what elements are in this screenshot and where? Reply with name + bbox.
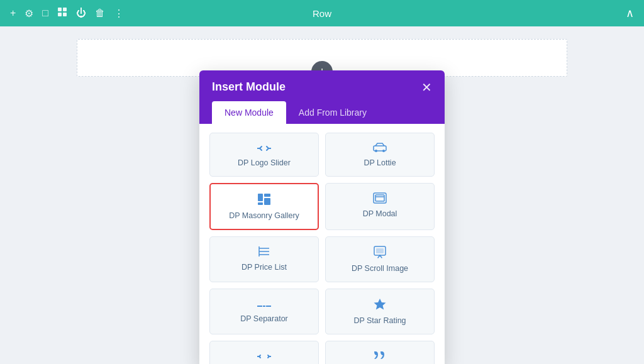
module-dp-logo-slider-label: DP Logo Slider	[238, 158, 291, 167]
dialog-content: DP Logo Slider DP Lottie	[199, 124, 445, 364]
dialog-tabs: New Module Add From Library	[212, 101, 432, 124]
svg-point-6	[382, 150, 385, 152]
star-icon	[374, 298, 386, 312]
svg-rect-0	[58, 8, 62, 11]
module-dp-modal[interactable]: DP Modal	[325, 183, 435, 230]
tab-add-from-library[interactable]: Add From Library	[286, 101, 379, 124]
toolbar-left-icons: + ⚙ □ ⏻ 🗑 ⋮	[10, 7, 124, 19]
dialog-header-top: Insert Module ✕	[212, 80, 432, 94]
svg-rect-12	[375, 195, 384, 201]
svg-rect-19	[376, 248, 384, 253]
list-icon	[258, 246, 270, 259]
module-dp-masonry-gallery-label: DP Masonry Gallery	[229, 211, 299, 220]
svg-rect-7	[258, 194, 263, 201]
svg-rect-9	[264, 198, 270, 205]
separator-icon	[257, 298, 271, 311]
svg-marker-23	[374, 299, 386, 310]
gallery-icon	[257, 193, 271, 207]
svg-rect-3	[63, 13, 67, 16]
toolbar-title: Row	[313, 8, 331, 19]
module-dp-masonry-gallery[interactable]: DP Masonry Gallery	[209, 183, 319, 230]
canvas-area: + Insert Module ✕ New Module Add From Li…	[0, 26, 644, 364]
power-icon[interactable]: ⏻	[76, 8, 86, 19]
svg-rect-8	[264, 194, 270, 197]
module-dp-lottie[interactable]: DP Lottie	[325, 133, 435, 177]
module-dp-scroll-image-label: DP Scroll Image	[352, 264, 408, 273]
module-dp-logo-slider[interactable]: DP Logo Slider	[209, 133, 319, 177]
team-icon	[257, 350, 271, 363]
module-dp-price-list-label: DP Price List	[242, 263, 287, 272]
module-dp-price-list[interactable]: DP Price List	[209, 236, 319, 282]
module-dp-lottie-label: DP Lottie	[364, 158, 396, 167]
dots-icon[interactable]: ⋮	[114, 8, 124, 19]
module-dp-separator[interactable]: DP Separator	[209, 289, 319, 334]
quote-icon	[373, 350, 387, 363]
module-dp-star-rating[interactable]: DP Star Rating	[325, 289, 435, 334]
modules-grid: DP Logo Slider DP Lottie	[209, 133, 435, 364]
module-dp-team-slider[interactable]: DP Team Slider	[209, 341, 319, 364]
dialog-close-button[interactable]: ✕	[421, 81, 432, 94]
module-dp-separator-label: DP Separator	[240, 314, 288, 323]
gear-icon[interactable]: ⚙	[25, 8, 33, 19]
top-toolbar: + ⚙ □ ⏻ 🗑 ⋮ Row ∧	[0, 0, 644, 26]
arrows-icon	[257, 142, 271, 155]
module-dp-testimonial-grid[interactable]: DP Testimonial Grid	[325, 341, 435, 364]
svg-rect-10	[258, 202, 263, 205]
car-icon	[372, 142, 387, 155]
modal-icon	[373, 192, 387, 206]
svg-rect-2	[58, 13, 62, 16]
tab-new-module[interactable]: New Module	[212, 101, 286, 124]
module-dp-scroll-image[interactable]: DP Scroll Image	[325, 236, 435, 282]
add-icon[interactable]: +	[10, 8, 16, 19]
dialog-header: Insert Module ✕ New Module Add From Libr…	[199, 70, 445, 124]
insert-module-dialog: Insert Module ✕ New Module Add From Libr…	[199, 70, 445, 364]
trash-icon[interactable]: 🗑	[95, 8, 105, 19]
modal-overlay: Insert Module ✕ New Module Add From Libr…	[0, 26, 644, 364]
svg-point-5	[375, 150, 377, 152]
dialog-title: Insert Module	[212, 80, 286, 94]
scroll-icon	[373, 246, 387, 260]
copy-icon[interactable]: □	[42, 8, 48, 19]
module-dp-modal-label: DP Modal	[363, 209, 397, 218]
module-dp-star-rating-label: DP Star Rating	[353, 316, 406, 325]
svg-rect-1	[63, 8, 67, 11]
collapse-icon[interactable]: ∧	[626, 6, 634, 20]
grid-icon[interactable]	[57, 7, 67, 19]
